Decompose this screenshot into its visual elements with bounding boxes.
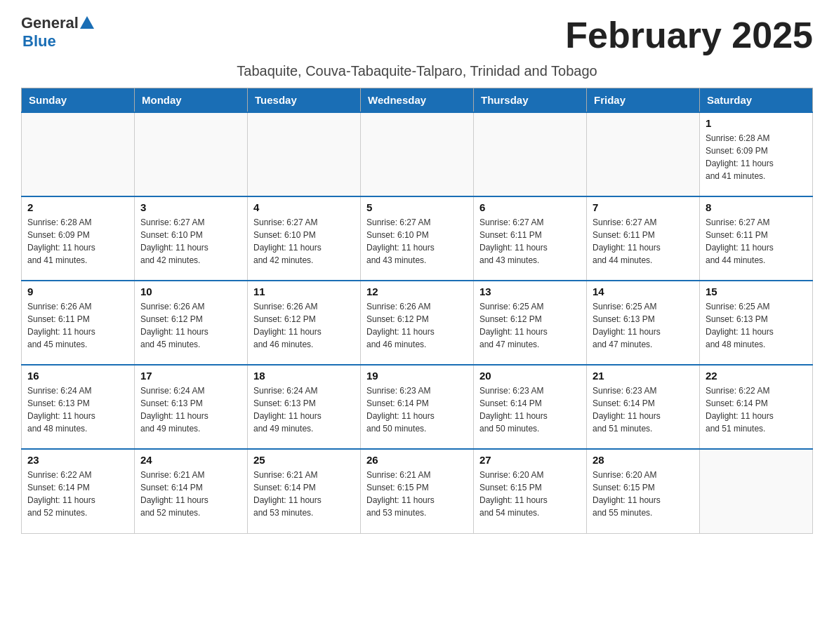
day-header-saturday: Saturday	[700, 88, 813, 113]
calendar-day-cell: 5Sunrise: 6:27 AM Sunset: 6:10 PM Daylig…	[361, 196, 474, 281]
day-header-wednesday: Wednesday	[361, 88, 474, 113]
calendar-day-cell: 24Sunrise: 6:21 AM Sunset: 6:14 PM Dayli…	[135, 449, 248, 533]
calendar-day-cell: 20Sunrise: 6:23 AM Sunset: 6:14 PM Dayli…	[474, 365, 587, 449]
calendar-day-cell: 27Sunrise: 6:20 AM Sunset: 6:15 PM Dayli…	[474, 449, 587, 533]
day-info: Sunrise: 6:21 AM Sunset: 6:14 PM Dayligh…	[140, 469, 241, 519]
day-number: 8	[706, 201, 807, 213]
day-info: Sunrise: 6:27 AM Sunset: 6:10 PM Dayligh…	[253, 216, 355, 267]
day-number: 21	[593, 370, 694, 382]
calendar-day-cell: 12Sunrise: 6:26 AM Sunset: 6:12 PM Dayli…	[361, 281, 474, 365]
day-header-sunday: Sunday	[22, 88, 135, 113]
day-number: 24	[140, 454, 241, 466]
day-number: 15	[706, 286, 807, 297]
day-number: 1	[706, 117, 807, 129]
day-header-monday: Monday	[135, 88, 248, 113]
month-title: February 2025	[565, 14, 813, 56]
day-number: 22	[706, 370, 807, 382]
day-info: Sunrise: 6:22 AM Sunset: 6:14 PM Dayligh…	[27, 469, 128, 519]
day-info: Sunrise: 6:20 AM Sunset: 6:15 PM Dayligh…	[593, 469, 694, 519]
day-header-friday: Friday	[587, 88, 700, 113]
calendar-day-cell: 6Sunrise: 6:27 AM Sunset: 6:11 PM Daylig…	[474, 196, 587, 281]
day-info: Sunrise: 6:25 AM Sunset: 6:13 PM Dayligh…	[706, 300, 807, 351]
day-info: Sunrise: 6:20 AM Sunset: 6:15 PM Dayligh…	[479, 469, 581, 519]
day-info: Sunrise: 6:24 AM Sunset: 6:13 PM Dayligh…	[140, 384, 241, 435]
day-info: Sunrise: 6:23 AM Sunset: 6:14 PM Dayligh…	[479, 384, 581, 435]
calendar-day-cell	[700, 449, 813, 533]
day-number: 12	[366, 286, 468, 297]
day-info: Sunrise: 6:26 AM Sunset: 6:12 PM Dayligh…	[140, 300, 241, 351]
day-number: 25	[253, 454, 355, 466]
calendar-day-cell	[361, 112, 474, 196]
day-info: Sunrise: 6:28 AM Sunset: 6:09 PM Dayligh…	[706, 132, 807, 182]
day-info: Sunrise: 6:23 AM Sunset: 6:14 PM Dayligh…	[366, 384, 468, 435]
day-number: 26	[366, 454, 468, 466]
calendar-week-row: 23Sunrise: 6:22 AM Sunset: 6:14 PM Dayli…	[22, 449, 813, 533]
day-info: Sunrise: 6:21 AM Sunset: 6:14 PM Dayligh…	[253, 469, 355, 519]
calendar-day-cell: 9Sunrise: 6:26 AM Sunset: 6:11 PM Daylig…	[22, 281, 135, 365]
day-number: 4	[253, 201, 355, 213]
logo-blue: Blue	[22, 32, 94, 51]
svg-marker-0	[80, 16, 94, 29]
calendar-day-cell: 3Sunrise: 6:27 AM Sunset: 6:10 PM Daylig…	[135, 196, 248, 281]
calendar-day-cell: 21Sunrise: 6:23 AM Sunset: 6:14 PM Dayli…	[587, 365, 700, 449]
day-number: 20	[479, 370, 581, 382]
calendar-day-cell	[474, 112, 587, 196]
calendar-day-cell: 18Sunrise: 6:24 AM Sunset: 6:13 PM Dayli…	[248, 365, 361, 449]
logo-general: General	[21, 14, 79, 32]
day-info: Sunrise: 6:26 AM Sunset: 6:12 PM Dayligh…	[253, 300, 355, 351]
day-info: Sunrise: 6:27 AM Sunset: 6:10 PM Dayligh…	[140, 216, 241, 267]
logo: General Blue	[21, 14, 94, 51]
calendar-day-cell: 22Sunrise: 6:22 AM Sunset: 6:14 PM Dayli…	[700, 365, 813, 449]
day-number: 7	[593, 201, 694, 213]
calendar-day-cell	[248, 112, 361, 196]
day-info: Sunrise: 6:25 AM Sunset: 6:12 PM Dayligh…	[479, 300, 581, 351]
day-header-thursday: Thursday	[474, 88, 587, 113]
day-number: 2	[27, 201, 128, 213]
day-number: 11	[253, 286, 355, 297]
day-info: Sunrise: 6:26 AM Sunset: 6:12 PM Dayligh…	[366, 300, 468, 351]
day-info: Sunrise: 6:22 AM Sunset: 6:14 PM Dayligh…	[706, 384, 807, 435]
calendar-week-row: 2Sunrise: 6:28 AM Sunset: 6:09 PM Daylig…	[22, 196, 813, 281]
calendar-header-row: SundayMondayTuesdayWednesdayThursdayFrid…	[22, 88, 813, 113]
day-number: 19	[366, 370, 468, 382]
day-number: 27	[479, 454, 581, 466]
day-info: Sunrise: 6:27 AM Sunset: 6:11 PM Dayligh…	[479, 216, 581, 267]
calendar-day-cell: 8Sunrise: 6:27 AM Sunset: 6:11 PM Daylig…	[700, 196, 813, 281]
calendar-day-cell: 14Sunrise: 6:25 AM Sunset: 6:13 PM Dayli…	[587, 281, 700, 365]
day-number: 6	[479, 201, 581, 213]
day-info: Sunrise: 6:26 AM Sunset: 6:11 PM Dayligh…	[27, 300, 128, 351]
calendar-day-cell: 7Sunrise: 6:27 AM Sunset: 6:11 PM Daylig…	[587, 196, 700, 281]
day-info: Sunrise: 6:24 AM Sunset: 6:13 PM Dayligh…	[253, 384, 355, 435]
day-info: Sunrise: 6:25 AM Sunset: 6:13 PM Dayligh…	[593, 300, 694, 351]
logo-triangle-icon	[80, 16, 94, 29]
calendar-day-cell: 10Sunrise: 6:26 AM Sunset: 6:12 PM Dayli…	[135, 281, 248, 365]
location-subtitle: Tabaquite, Couva-Tabaquite-Talparo, Trin…	[21, 63, 813, 79]
calendar-week-row: 1Sunrise: 6:28 AM Sunset: 6:09 PM Daylig…	[22, 112, 813, 196]
calendar-day-cell	[135, 112, 248, 196]
calendar-day-cell: 26Sunrise: 6:21 AM Sunset: 6:15 PM Dayli…	[361, 449, 474, 533]
calendar-day-cell: 19Sunrise: 6:23 AM Sunset: 6:14 PM Dayli…	[361, 365, 474, 449]
calendar-day-cell: 25Sunrise: 6:21 AM Sunset: 6:14 PM Dayli…	[248, 449, 361, 533]
day-number: 3	[140, 201, 241, 213]
day-number: 10	[140, 286, 241, 297]
calendar-day-cell: 4Sunrise: 6:27 AM Sunset: 6:10 PM Daylig…	[248, 196, 361, 281]
day-number: 17	[140, 370, 241, 382]
calendar-day-cell: 1Sunrise: 6:28 AM Sunset: 6:09 PM Daylig…	[700, 112, 813, 196]
day-number: 5	[366, 201, 468, 213]
day-number: 28	[593, 454, 694, 466]
calendar-day-cell: 16Sunrise: 6:24 AM Sunset: 6:13 PM Dayli…	[22, 365, 135, 449]
day-info: Sunrise: 6:27 AM Sunset: 6:11 PM Dayligh…	[593, 216, 694, 267]
day-number: 18	[253, 370, 355, 382]
day-info: Sunrise: 6:27 AM Sunset: 6:10 PM Dayligh…	[366, 216, 468, 267]
calendar-day-cell: 17Sunrise: 6:24 AM Sunset: 6:13 PM Dayli…	[135, 365, 248, 449]
day-info: Sunrise: 6:21 AM Sunset: 6:15 PM Dayligh…	[366, 469, 468, 519]
day-info: Sunrise: 6:23 AM Sunset: 6:14 PM Dayligh…	[593, 384, 694, 435]
calendar-day-cell: 23Sunrise: 6:22 AM Sunset: 6:14 PM Dayli…	[22, 449, 135, 533]
calendar-week-row: 16Sunrise: 6:24 AM Sunset: 6:13 PM Dayli…	[22, 365, 813, 449]
day-info: Sunrise: 6:24 AM Sunset: 6:13 PM Dayligh…	[27, 384, 128, 435]
calendar-day-cell: 15Sunrise: 6:25 AM Sunset: 6:13 PM Dayli…	[700, 281, 813, 365]
day-info: Sunrise: 6:28 AM Sunset: 6:09 PM Dayligh…	[27, 216, 128, 267]
day-header-tuesday: Tuesday	[248, 88, 361, 113]
page-header: General Blue February 2025	[21, 14, 813, 56]
day-number: 14	[593, 286, 694, 297]
